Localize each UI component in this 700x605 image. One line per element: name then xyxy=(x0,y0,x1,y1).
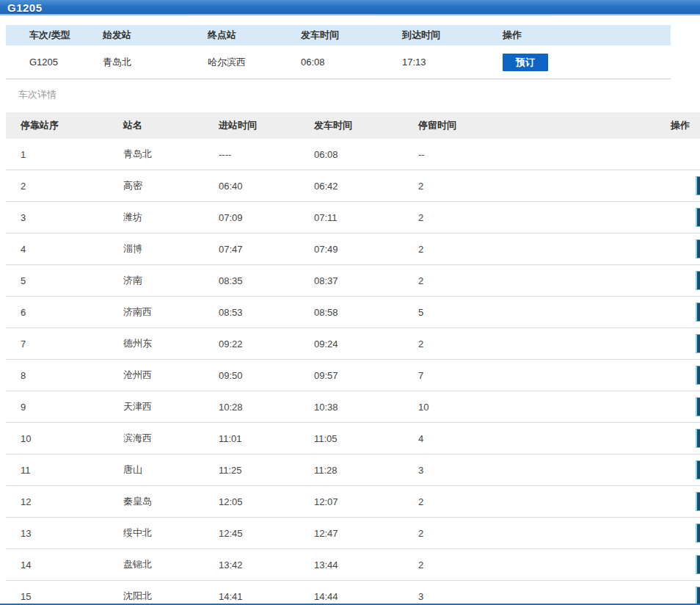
departure-time: 08:58 xyxy=(299,307,404,318)
stop-duration: 10 xyxy=(404,402,656,413)
stop-sequence: 7 xyxy=(6,338,109,349)
stop-duration: 3 xyxy=(404,591,656,602)
departure-time: 08:37 xyxy=(299,275,404,286)
arrival-time: 11:01 xyxy=(204,433,299,444)
detail-table-row: 8 沧州西 09:50 09:57 7 xyxy=(6,360,700,391)
stop-duration: 2 xyxy=(404,528,656,539)
detail-table-row: 5 济南 08:35 08:37 2 xyxy=(6,265,700,297)
stop-sequence: 14 xyxy=(6,559,109,570)
summary-table: 车次/类型 始发站 终点站 发车时间 到达时间 操作 G1205 青岛北 哈尔滨… xyxy=(6,25,671,79)
arrival-time: 11:25 xyxy=(204,465,299,476)
arrival-time: 07:47 xyxy=(204,244,299,255)
summary-col-action: 操作 xyxy=(503,29,671,42)
detail-table-row: 2 高密 06:40 06:42 2 xyxy=(6,170,700,202)
stop-sequence: 8 xyxy=(6,370,109,381)
stop-duration: 3 xyxy=(404,465,656,476)
clipped-action-button[interactable] xyxy=(696,556,700,574)
summary-row: G1205 青岛北 哈尔滨西 06:08 17:13 预订 xyxy=(6,46,671,79)
stop-sequence: 1 xyxy=(6,149,109,160)
detail-section-title: 车次详情 xyxy=(18,88,700,101)
detail-table-row: 9 天津西 10:28 10:38 10 xyxy=(6,391,700,423)
clipped-action-button[interactable] xyxy=(696,461,700,479)
detail-table-row: 3 潍坊 07:09 07:11 2 xyxy=(6,202,700,233)
book-button[interactable]: 预订 xyxy=(503,54,548,71)
station-name: 盘锦北 xyxy=(109,558,204,571)
detail-table-row: 7 德州东 09:22 09:24 2 xyxy=(6,328,700,360)
departure-time: 10:38 xyxy=(299,402,404,413)
stop-duration: 2 xyxy=(404,559,656,570)
clipped-action-button[interactable] xyxy=(696,240,700,258)
stop-sequence: 13 xyxy=(6,528,109,539)
summary-col-arrival: 到达时间 xyxy=(402,29,503,42)
clipped-action-button[interactable] xyxy=(696,209,700,227)
stop-sequence: 9 xyxy=(6,402,109,413)
detail-col-arrive-time: 进站时间 xyxy=(204,119,299,132)
clipped-action-button[interactable] xyxy=(696,272,700,290)
stop-duration: 2 xyxy=(404,338,656,349)
station-name: 济南西 xyxy=(109,305,204,319)
stop-duration: 2 xyxy=(404,275,656,286)
detail-table-row: 6 济南西 08:53 08:58 5 xyxy=(6,297,700,328)
summary-col-train-type: 车次/类型 xyxy=(6,29,103,42)
detail-col-action: 操作 xyxy=(656,119,700,132)
arrival-time: 12:45 xyxy=(204,528,299,539)
detail-col-depart-time: 发车时间 xyxy=(299,119,404,132)
stop-sequence: 6 xyxy=(6,307,109,318)
clipped-action-button[interactable] xyxy=(696,493,700,511)
stop-duration: 2 xyxy=(404,496,656,507)
detail-table-row: 4 淄博 07:47 07:49 2 xyxy=(6,233,700,265)
departure-time: 11:05 xyxy=(299,433,404,444)
clipped-action-button[interactable] xyxy=(696,177,700,195)
stop-sequence: 3 xyxy=(6,212,109,223)
clipped-action-button[interactable] xyxy=(696,398,700,416)
departure-time: 11:28 xyxy=(299,465,404,476)
station-name: 天津西 xyxy=(109,400,204,413)
stop-duration: 7 xyxy=(404,370,656,381)
clipped-action-button[interactable] xyxy=(696,303,700,322)
clipped-action-button[interactable] xyxy=(696,524,700,543)
detail-table-row: 15 沈阳北 14:41 14:44 3 xyxy=(6,581,700,605)
detail-table-row: 1 青岛北 ---- 06:08 -- xyxy=(6,139,700,170)
stop-sequence: 4 xyxy=(6,244,109,255)
arrival-time: 12:05 xyxy=(204,496,299,507)
station-name: 唐山 xyxy=(109,463,204,477)
detail-table-row: 14 盘锦北 13:42 13:44 2 xyxy=(6,549,700,581)
detail-col-station: 站名 xyxy=(109,119,204,132)
summary-col-origin: 始发站 xyxy=(103,29,208,42)
arrival-time: 09:50 xyxy=(204,370,299,381)
stop-sequence: 10 xyxy=(6,433,109,444)
summary-table-header: 车次/类型 始发站 终点站 发车时间 到达时间 操作 xyxy=(6,25,671,46)
detail-table-body: 1 青岛北 ---- 06:08 -- 2 高密 06:40 06:42 2 3… xyxy=(6,139,700,605)
stop-sequence: 5 xyxy=(6,275,109,286)
stop-duration: 5 xyxy=(404,307,656,318)
detail-table-row: 13 绥中北 12:45 12:47 2 xyxy=(6,518,700,549)
stop-sequence: 12 xyxy=(6,496,109,507)
departure-time: 07:49 xyxy=(299,244,404,255)
train-code-bar: G1205 xyxy=(0,0,700,15)
clipped-action-button[interactable] xyxy=(696,366,700,385)
clipped-action-button[interactable] xyxy=(696,430,700,448)
summary-arrival-time: 17:13 xyxy=(402,57,503,68)
station-name: 滨海西 xyxy=(109,432,204,445)
summary-origin: 青岛北 xyxy=(103,56,208,69)
arrival-time: 07:09 xyxy=(204,212,299,223)
station-name: 绥中北 xyxy=(109,526,204,540)
departure-time: 12:07 xyxy=(299,496,404,507)
detail-table-row: 11 唐山 11:25 11:28 3 xyxy=(6,454,700,486)
stop-sequence: 2 xyxy=(6,181,109,192)
detail-table-header: 停靠站序 站名 进站时间 发车时间 停留时间 操作 xyxy=(6,112,700,139)
summary-train-code: G1205 xyxy=(6,57,103,68)
station-name: 沧州西 xyxy=(109,369,204,382)
arrival-time: 09:22 xyxy=(204,338,299,349)
stop-duration: 2 xyxy=(404,212,656,223)
summary-departure-time: 06:08 xyxy=(301,57,402,68)
clipped-action-button[interactable] xyxy=(696,587,700,605)
detail-table-row: 12 秦皇岛 12:05 12:07 2 xyxy=(6,486,700,518)
detail-table-row: 10 滨海西 11:01 11:05 4 xyxy=(6,423,700,454)
station-name: 沈阳北 xyxy=(109,590,204,603)
stop-sequence: 15 xyxy=(6,591,109,602)
arrival-time: 13:42 xyxy=(204,559,299,570)
summary-destination: 哈尔滨西 xyxy=(208,56,301,69)
clipped-action-button[interactable] xyxy=(696,335,700,353)
departure-time: 06:08 xyxy=(299,149,404,160)
